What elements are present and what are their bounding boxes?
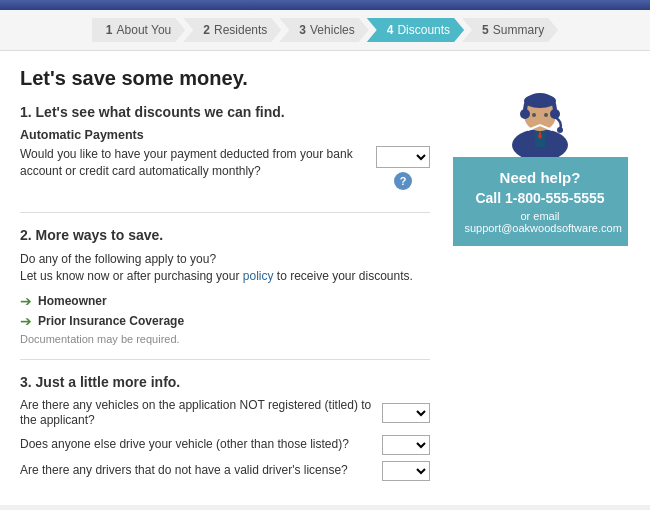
policy-link[interactable]: policy bbox=[243, 269, 274, 283]
step-4-discounts[interactable]: 4 Discounts bbox=[367, 18, 464, 42]
q2-dropdown[interactable]: Yes No bbox=[382, 435, 430, 455]
arrow-icon-prior: ➔ bbox=[20, 313, 32, 329]
q4-row: Do any drivers have a physical impairmen… bbox=[20, 487, 430, 489]
q2-row: Does anyone else drive your vehicle (oth… bbox=[20, 435, 430, 455]
discount-homeowner: ➔ Homeowner bbox=[20, 293, 430, 309]
step-5-summary[interactable]: 5 Summary bbox=[462, 18, 558, 42]
right-panel: Need help? Call 1-800-555-5555 or email … bbox=[450, 67, 630, 489]
svg-point-7 bbox=[557, 127, 563, 133]
agent-avatar bbox=[495, 67, 585, 157]
svg-point-8 bbox=[532, 113, 536, 117]
section-3: 3. Just a little more info. Are there an… bbox=[20, 374, 430, 489]
step-3-vehicles[interactable]: 3 Vehicles bbox=[279, 18, 368, 42]
q1-dropdown[interactable]: Yes No bbox=[382, 403, 430, 423]
auto-payments-label: Automatic Payments bbox=[20, 128, 430, 142]
auto-payments-row: Would you like to have your payment dedu… bbox=[20, 146, 430, 190]
svg-point-5 bbox=[520, 109, 530, 119]
help-email: or email support@oakwoodsoftware.com bbox=[465, 210, 616, 234]
q4-text: Do any drivers have a physical impairmen… bbox=[20, 487, 374, 489]
page-headline: Let's save some money. bbox=[20, 67, 430, 90]
main-content: Let's save some money. 1. Let's see what… bbox=[0, 51, 650, 505]
q2-text: Does anyone else drive your vehicle (oth… bbox=[20, 437, 374, 453]
q1-row: Are there any vehicles on the applicatio… bbox=[20, 398, 430, 429]
top-bar bbox=[0, 0, 650, 10]
agent-container: Need help? Call 1-800-555-5555 or email … bbox=[453, 67, 628, 246]
doc-note: Documentation may be required. bbox=[20, 333, 430, 345]
help-title: Need help? bbox=[465, 169, 616, 186]
auto-payments-dropdown[interactable]: Yes No bbox=[376, 146, 430, 168]
help-phone: Call 1-800-555-5555 bbox=[465, 190, 616, 206]
q3-text: Are there any drivers that do not have a… bbox=[20, 463, 374, 479]
arrow-icon-homeowner: ➔ bbox=[20, 293, 32, 309]
q3-dropdown[interactable]: Yes No bbox=[382, 461, 430, 481]
q3-row: Are there any drivers that do not have a… bbox=[20, 461, 430, 481]
section-2: 2. More ways to save. Do any of the foll… bbox=[20, 227, 430, 360]
step-1-about-you[interactable]: 1 About You bbox=[92, 18, 185, 42]
section-1-heading: 1. Let's see what discounts we can find. bbox=[20, 104, 430, 120]
auto-payments-help-icon[interactable]: ? bbox=[394, 172, 412, 190]
section-1: 1. Let's see what discounts we can find.… bbox=[20, 104, 430, 213]
discount-prior-insurance: ➔ Prior Insurance Coverage bbox=[20, 313, 430, 329]
left-panel: Let's save some money. 1. Let's see what… bbox=[20, 67, 430, 489]
section-3-heading: 3. Just a little more info. bbox=[20, 374, 430, 390]
svg-point-9 bbox=[544, 113, 548, 117]
section-2-intro: Do any of the following apply to you? Le… bbox=[20, 251, 430, 285]
breadcrumb-bar: 1 About You 2 Residents 3 Vehicles 4 Dis… bbox=[0, 10, 650, 51]
step-2-residents[interactable]: 2 Residents bbox=[183, 18, 281, 42]
section-2-heading: 2. More ways to save. bbox=[20, 227, 430, 243]
help-box: Need help? Call 1-800-555-5555 or email … bbox=[453, 157, 628, 246]
auto-payments-question: Would you like to have your payment dedu… bbox=[20, 146, 368, 180]
q1-text: Are there any vehicles on the applicatio… bbox=[20, 398, 374, 429]
